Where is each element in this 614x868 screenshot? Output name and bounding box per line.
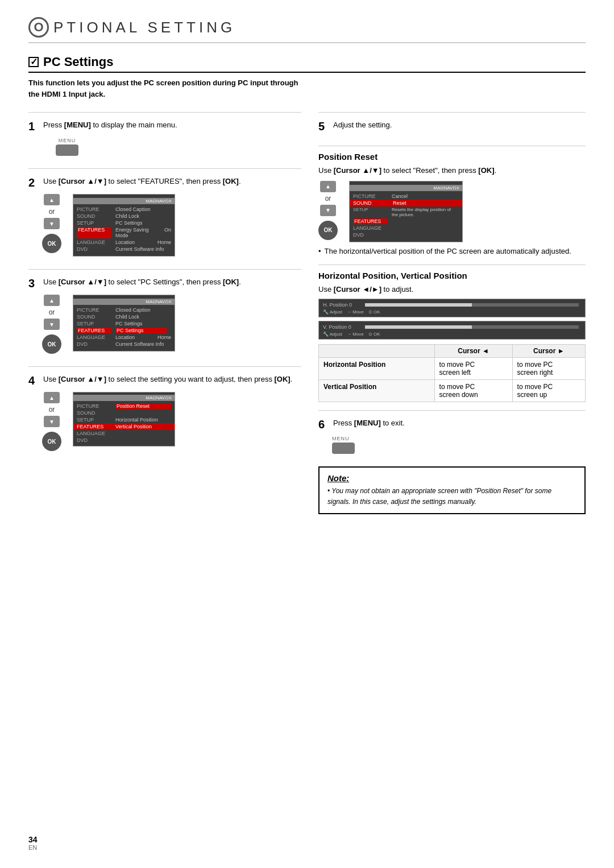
tv-submenu-row-active: FEATURESVertical Position	[73, 423, 175, 430]
tv-submenu-row: SETUPHorizontal Position	[73, 416, 175, 423]
step-2: 2 Use [Cursor ▲/▼] to select "FEATURES",…	[28, 168, 301, 257]
btn-up-4: ▲	[44, 392, 60, 403]
step-3: 3 Use [Cursor ▲/▼] to select "PC Setting…	[28, 269, 301, 354]
left-column: 1 Press [MENU] to display the main menu.…	[28, 112, 301, 514]
right-column: 5 Adjust the setting. Position Reset Use…	[318, 112, 586, 514]
tv-menu-2: MAGNAVOX PICTUREClosed Caption SOUNDChil…	[73, 194, 175, 257]
section-desc: This function lets you adjust the PC scr…	[28, 77, 586, 100]
tv-menu-row: SOUNDChild Lock	[73, 313, 175, 320]
step-1-illustration: MENU	[42, 138, 301, 156]
btn-up-3: ▲	[44, 295, 60, 306]
step-6-text: Press [MENU] to exit.	[333, 418, 405, 429]
tv-menu-header-2: MAGNAVOX	[73, 198, 175, 204]
page-number: 34	[28, 835, 38, 844]
step-3-text: Use [Cursor ▲/▼] to select "PC Settings"…	[43, 276, 241, 288]
step-6-illustration: MENU	[332, 436, 586, 454]
remote-col-2: ▲ or ▼ OK	[42, 194, 61, 253]
step-3-num: 3	[28, 276, 41, 290]
table-cell-vert-label: Vertical Position	[319, 379, 435, 402]
step-5-num: 5	[318, 119, 331, 133]
table-cell-vert-right: to move PCscreen up	[512, 379, 585, 402]
step-2-text: Use [Cursor ▲/▼] to select "FEATURES", t…	[43, 176, 241, 187]
table-cell-horiz-left: to move PCscreen left	[434, 357, 512, 379]
tv-submenu-header-4: MAGNAVOX	[73, 395, 175, 401]
tv-hv-horizontal: H. Position 0 🔧 Adjust → Move ⊙ OK	[318, 299, 586, 317]
page-lang: EN	[28, 844, 38, 851]
table-header-cursor-right: Cursor ►	[512, 344, 585, 357]
tv-hv-vertical: V. Position 0 🔧 Adjust → Move ⊙ OK	[318, 321, 586, 340]
tv-menu-row: PICTUREClosed Caption	[73, 307, 175, 313]
position-reset-text: Use [Cursor ▲/▼] to select "Reset", then…	[318, 165, 586, 176]
tv-menu-header-3: MAGNAVOX	[73, 299, 175, 305]
btn-down-5: ▼	[320, 205, 336, 216]
btn-ok-3: OK	[42, 334, 61, 354]
remote-col-3: ▲ or ▼ OK	[42, 295, 61, 354]
remote-col-4: ▲ or ▼ OK	[42, 392, 61, 451]
horiz-vert-section: Horizontal Position, Vertical Position U…	[318, 264, 586, 402]
menu-button-icon	[56, 144, 78, 156]
menu-label: MENU	[59, 138, 76, 143]
step-5-text: Adjust the setting.	[333, 119, 392, 131]
tv-submenu-4: MAGNAVOX PICTUREPosition Reset SOUND SET…	[73, 392, 175, 447]
tv-menu-row-features: FEATURESPC Settings	[73, 327, 175, 334]
btn-down-3: ▼	[44, 319, 60, 330]
step-4: 4 Use [Cursor ▲/▼] to select the setting…	[28, 366, 301, 451]
tv-menu-3: MAGNAVOX PICTUREClosed Caption SOUNDChil…	[73, 295, 175, 352]
table-row-horizontal: Horizontal Position to move PCscreen lef…	[319, 357, 586, 379]
table-header-empty	[319, 344, 435, 357]
tv-submenu-row: PICTUREPosition Reset	[73, 403, 175, 410]
table-row-vertical: Vertical Position to move PCscreen down …	[319, 379, 586, 402]
page-header: O PTIONAL SETTING	[28, 17, 586, 43]
tv-submenu-row: DVD	[73, 437, 175, 444]
btn-up-5: ▲	[320, 181, 336, 192]
remote-col-5: ▲ or ▼ OK	[318, 181, 338, 240]
note-title: Note:	[327, 473, 576, 483]
btn-up-2: ▲	[44, 194, 60, 205]
step-3-illustration: ▲ or ▼ OK MAGNAVOX PICTUREClosed Caption…	[42, 295, 301, 354]
tv-menu-row: LANGUAGELocationHome	[73, 239, 175, 246]
cursor-table: Cursor ◄ Cursor ► Horizontal Position to…	[318, 344, 586, 402]
tv-submenu-row: SOUND	[73, 410, 175, 416]
step-4-num: 4	[28, 374, 41, 387]
position-reset-bullet: The horizontal/vertical position of the …	[318, 246, 586, 257]
table-header-cursor-left: Cursor ◄	[434, 344, 512, 357]
step-4-text: Use [Cursor ▲/▼] to select the setting y…	[43, 374, 292, 385]
note-text: • You may not obtain an appropriate scre…	[327, 486, 576, 507]
tv-menu-row: DVDCurrent Software Info	[73, 341, 175, 348]
tv-menu-row: LANGUAGELocationHome	[73, 334, 175, 341]
btn-ok-5: OK	[318, 221, 338, 240]
horiz-vert-text: Use [Cursor ◄/►] to adjust.	[318, 284, 586, 295]
tv-menu-reset: MAGNAVOX PICTURECancel SOUNDReset SETUPR…	[349, 181, 463, 242]
btn-down-4: ▼	[44, 416, 60, 427]
position-reset-section: Position Reset Use [Cursor ▲/▼] to selec…	[318, 146, 586, 257]
step-2-illustration: ▲ or ▼ OK MAGNAVOX PICTUREClosed Caption…	[42, 194, 301, 257]
position-reset-title: Position Reset	[318, 152, 586, 162]
table-cell-horiz-label: Horizontal Position	[319, 357, 435, 379]
btn-ok-2: OK	[42, 234, 61, 253]
step-2-num: 2	[28, 176, 41, 189]
tv-menu-row-active: FEATURESEnergy Saving ModeOn	[73, 226, 175, 239]
tv-menu-row: SETUPPC Settings	[73, 220, 175, 226]
step-5: 5 Adjust the setting.	[318, 112, 586, 133]
tv-menu-row: SETUPPC Settings	[73, 320, 175, 327]
tv-menu-row: PICTUREClosed Caption	[73, 206, 175, 213]
step-6: 6 Press [MENU] to exit. MENU	[318, 410, 586, 454]
btn-down-2: ▼	[44, 218, 60, 229]
table-cell-horiz-right: to move PCscreen right	[512, 357, 585, 379]
table-cell-vert-left: to move PCscreen down	[434, 379, 512, 402]
step-6-num: 6	[318, 418, 331, 431]
page-number-block: 34 EN	[28, 835, 38, 851]
step-1: 1 Press [MENU] to display the main menu.…	[28, 112, 301, 156]
tv-menu-row: DVDCurrent Software Info	[73, 246, 175, 253]
btn-ok-4: OK	[42, 432, 61, 451]
step-5-illustration: ▲ or ▼ OK MAGNAVOX PICTURECancel SOUNDRe…	[318, 181, 586, 242]
step-1-num: 1	[28, 119, 41, 133]
checkbox-icon	[28, 57, 39, 67]
section-title: PC Settings	[28, 55, 586, 73]
tv-menu-row: SOUNDChild Lock	[73, 213, 175, 220]
header-circle: O	[28, 17, 49, 38]
horiz-vert-title: Horizontal Position, Vertical Position	[318, 271, 586, 280]
menu-btn-step6	[332, 443, 355, 454]
step-1-text: Press [MENU] to display the main menu.	[43, 119, 177, 131]
header-title: PTIONAL SETTING	[53, 19, 235, 36]
